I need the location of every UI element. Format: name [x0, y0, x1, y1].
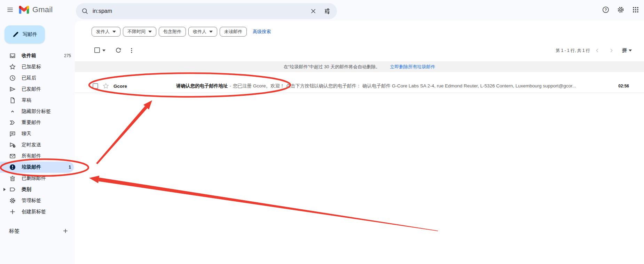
- sidebar-item-label: 重要邮件: [22, 119, 41, 126]
- search-bar[interactable]: [76, 3, 337, 19]
- sidebar-item-label: 已加星标: [22, 64, 41, 70]
- pencil-icon: [12, 31, 19, 38]
- draft-icon: [9, 97, 16, 104]
- gmail-logo[interactable]: Gmail: [19, 5, 53, 14]
- sidebar-item-important[interactable]: 重要邮件: [0, 117, 74, 128]
- gear-icon: [617, 6, 625, 14]
- topbar-actions: ?: [599, 3, 643, 17]
- star-icon[interactable]: [102, 83, 109, 90]
- sidebar-item-label: 隐藏部分标签: [22, 108, 51, 115]
- advanced-search-link[interactable]: 高级搜索: [253, 29, 271, 35]
- sidebar: 写邮件 收件箱 275 已加星标 已延后 已发邮件 草稿 隐藏部分标签: [0, 21, 75, 264]
- close-icon: [310, 8, 316, 14]
- chat-icon: [9, 130, 16, 137]
- sidebar-item-manage-labels[interactable]: 管理标签: [0, 195, 74, 206]
- more-vert-icon: [128, 47, 135, 54]
- chevron-right-icon: [608, 47, 614, 54]
- pagination-range: 第 1 - 1 行, 共 1 行: [556, 48, 590, 54]
- clear-search-button[interactable]: [306, 4, 320, 18]
- labels-section-header: 标签: [0, 226, 75, 236]
- list-toolbar: 第 1 - 1 行, 共 1 行 拼: [75, 45, 644, 56]
- add-label-button[interactable]: [61, 226, 70, 235]
- delete-all-spam-link[interactable]: 立即删除所有垃圾邮件: [390, 64, 435, 70]
- sidebar-item-label: 收件箱: [22, 53, 36, 59]
- important-icon: [9, 119, 16, 126]
- filter-chip-date[interactable]: 不限时间: [123, 27, 156, 37]
- email-row[interactable]: Gcore 请确认您的电子邮件地址-您已注册 Gcore。欢迎！ 点击下方按钮以…: [75, 79, 644, 93]
- search-filter-chips: 发件人 不限时间 包含附件 收件人 未读邮件 高级搜索: [92, 27, 271, 37]
- sidebar-item-label: 类别: [22, 186, 31, 193]
- app-title: Gmail: [32, 5, 53, 14]
- pagination: 第 1 - 1 行, 共 1 行 拼: [556, 45, 632, 56]
- email-checkbox[interactable]: [93, 83, 98, 89]
- sidebar-item-hide-labels[interactable]: 隐藏部分标签: [0, 106, 74, 117]
- chip-label: 发件人: [96, 29, 110, 35]
- sidebar-item-spam[interactable]: 垃圾邮件 1: [0, 162, 74, 173]
- tune-icon: [324, 8, 331, 15]
- older-page-button[interactable]: [607, 46, 616, 55]
- caret-right-icon[interactable]: [3, 188, 6, 191]
- search-options-button[interactable]: [320, 4, 334, 18]
- filter-chip-attachment[interactable]: 包含附件: [159, 27, 186, 37]
- help-icon: ?: [602, 6, 610, 14]
- sidebar-item-inbox[interactable]: 收件箱 275: [0, 50, 74, 61]
- sidebar-item-drafts[interactable]: 草稿: [0, 95, 74, 106]
- newer-page-button[interactable]: [593, 46, 602, 55]
- compose-button[interactable]: 写邮件: [5, 25, 45, 44]
- filter-chip-sender[interactable]: 发件人: [92, 27, 120, 37]
- top-bar: Gmail ?: [0, 0, 644, 21]
- sidebar-item-create-label[interactable]: 创建新标签: [0, 206, 74, 217]
- sidebar-item-categories[interactable]: 类别: [0, 184, 74, 195]
- mail-list-panel: 发件人 不限时间 包含附件 收件人 未读邮件 高级搜索 第 1 - 1 行, 共…: [75, 21, 644, 264]
- sidebar-item-label: 已发邮件: [22, 86, 41, 92]
- sidebar-item-chats[interactable]: 聊天: [0, 128, 74, 139]
- gmail-m-icon: [19, 6, 29, 14]
- chip-label: 收件人: [193, 29, 206, 35]
- sidebar-item-trash[interactable]: 已删除邮件: [0, 173, 74, 184]
- email-sender: Gcore: [113, 84, 176, 89]
- caret-down-icon: [112, 31, 116, 33]
- email-subject: 请确认您的电子邮件地址: [176, 83, 228, 88]
- chip-label: 不限时间: [127, 29, 146, 35]
- inbox-icon: [9, 52, 16, 59]
- spam-auto-delete-notice: 在“垃圾邮件”中超过 30 天的邮件将会自动删除。 立即删除所有垃圾邮件: [75, 61, 644, 72]
- sidebar-item-label: 已删除邮件: [22, 175, 46, 181]
- plus-icon: [62, 228, 69, 234]
- chip-label: 包含附件: [163, 29, 181, 35]
- sidebar-item-sent[interactable]: 已发邮件: [0, 84, 74, 95]
- email-preview: 请确认您的电子邮件地址-您已注册 Gcore。欢迎！ 点击下方按钮以确认您的电子…: [176, 83, 613, 89]
- search-input[interactable]: [93, 8, 306, 14]
- sidebar-item-starred[interactable]: 已加星标: [0, 61, 74, 72]
- refresh-button[interactable]: [113, 45, 124, 56]
- filter-chip-recipient[interactable]: 收件人: [188, 27, 217, 37]
- chevron-left-icon: [594, 47, 600, 54]
- caret-down-icon: [629, 49, 632, 52]
- email-separator: -: [230, 83, 231, 88]
- sidebar-item-snoozed[interactable]: 已延后: [0, 72, 74, 84]
- notice-text: 在“垃圾邮件”中超过 30 天的邮件将会自动删除。: [284, 64, 380, 70]
- sidebar-item-scheduled[interactable]: 定时发送: [0, 139, 74, 150]
- apps-grid-icon: [632, 6, 639, 13]
- caret-down-icon: [209, 31, 213, 33]
- caret-down-icon[interactable]: [102, 49, 105, 52]
- apps-grid-button[interactable]: [629, 3, 643, 17]
- clock-icon: [9, 75, 16, 81]
- star-icon: [9, 63, 16, 70]
- search-icon: [81, 8, 88, 15]
- labels-title: 标签: [9, 228, 19, 234]
- input-tools-button[interactable]: 拼: [622, 47, 632, 54]
- settings-button[interactable]: [614, 3, 628, 17]
- sidebar-nav: 收件箱 275 已加星标 已延后 已发邮件 草稿 隐藏部分标签 重要邮件: [0, 50, 75, 217]
- more-options-button[interactable]: [126, 45, 137, 56]
- spam-count: 1: [69, 165, 71, 170]
- category-icon: [9, 186, 16, 193]
- sidebar-item-all-mail[interactable]: 所有邮件: [0, 150, 74, 162]
- compose-label: 写邮件: [23, 31, 37, 38]
- filter-chip-unread[interactable]: 未读邮件: [220, 27, 247, 37]
- sidebar-item-label: 定时发送: [22, 142, 41, 148]
- select-all-checkbox[interactable]: [94, 47, 100, 53]
- chevron-up-icon: [9, 108, 16, 115]
- main-menu-button[interactable]: [3, 3, 17, 17]
- help-button[interactable]: ?: [599, 3, 613, 17]
- email-time: 02:56: [618, 84, 629, 88]
